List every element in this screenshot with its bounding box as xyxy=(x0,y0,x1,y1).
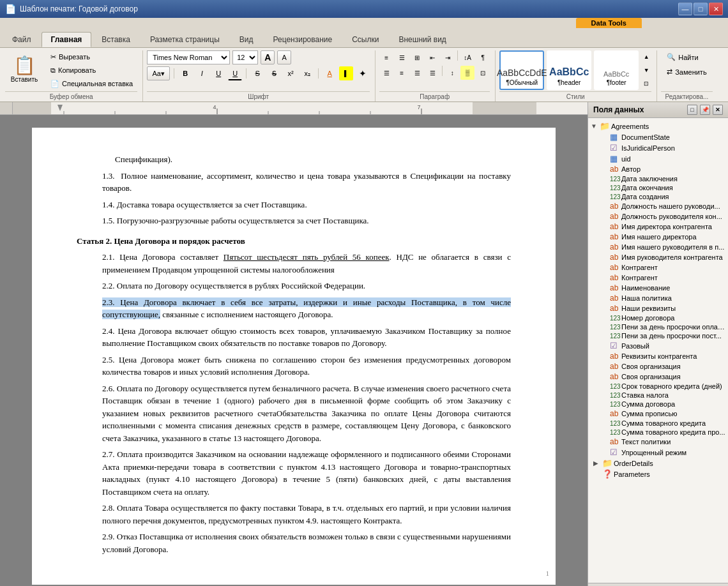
tree-item-uid[interactable]: ▦ uid xyxy=(588,153,728,164)
cut-button[interactable]: ✂ Вырезать xyxy=(46,50,137,63)
styles-scroll[interactable]: ▲ ▼ ⊡ xyxy=(641,50,651,90)
effect-button[interactable]: ✦ xyxy=(356,66,370,80)
tree-item-penalty-delivery[interactable]: 123 Пени за день просрочки пост... xyxy=(588,331,728,340)
tree-item-date-created[interactable]: 123 Дата создания xyxy=(588,192,728,201)
underline2-button[interactable]: U xyxy=(228,66,242,80)
show-marks-button[interactable]: ¶ xyxy=(476,50,490,64)
copy-button[interactable]: ⧉ Копировать xyxy=(46,64,137,77)
doc-scroll[interactable]: Спецификация). 1.3. Полное наименование,… xyxy=(0,115,588,586)
style-footer-button[interactable]: AaBbCc ¶footer xyxy=(594,50,639,90)
close-button[interactable]: ✕ xyxy=(709,3,723,15)
font-size-select[interactable]: 12 xyxy=(232,50,258,64)
tab-appearance[interactable]: Внешний вид xyxy=(389,32,455,47)
bold-button[interactable]: B xyxy=(178,66,192,80)
tree-orderdetails[interactable]: ▶ 📁 OrderDetails xyxy=(588,458,728,469)
tab-page-layout[interactable]: Разметка страницы xyxy=(140,32,229,47)
data-tools-tab[interactable]: Data Tools xyxy=(576,18,642,28)
price-underline: Пятьсот шестьдесят пять рублей 56 копеек xyxy=(224,252,390,262)
checkbox-icon3: ☑ xyxy=(610,447,620,457)
tree-item-sum-words[interactable]: ab Сумма прописью xyxy=(588,409,728,419)
tree-item-contractor2[interactable]: ab Контрагент xyxy=(588,273,728,283)
tree-item-manager-cont[interactable]: ab Имя руководителя контрагента xyxy=(588,252,728,262)
tab-file[interactable]: Файл xyxy=(3,32,41,47)
tree-item-credit-sum-words[interactable]: 123 Сумма товарного кредита про... xyxy=(588,428,728,437)
font-color-button[interactable]: A xyxy=(322,66,337,80)
tree-item-policy-text[interactable]: ab Текст политики xyxy=(588,437,728,447)
tree-item-position-our[interactable]: ab Должность нашего руководи... xyxy=(588,201,728,211)
font-name-select[interactable]: Times New Roman xyxy=(147,50,230,64)
maximize-button[interactable]: □ xyxy=(694,3,708,15)
tree-item-credit-days[interactable]: 123 Срок товарного кредита (дней) xyxy=(588,382,728,391)
tree-item-manager-our[interactable]: ab Имя нашего руководителя в п... xyxy=(588,242,728,252)
text-icon7: ab xyxy=(610,253,620,262)
tree-item-credit-sum[interactable]: 123 Сумма товарного кредита xyxy=(588,419,728,428)
shading-button[interactable]: ▒ xyxy=(460,66,474,80)
align-left-button[interactable]: ☰ xyxy=(379,66,393,80)
tree-item-contract-number[interactable]: 123 Номер договора xyxy=(588,313,728,322)
tree-item-penalty-payment[interactable]: 123 Пени за день просрочки оплаты xyxy=(588,322,728,331)
tree-item-simplified[interactable]: ☑ Упрощенный режим xyxy=(588,447,728,458)
italic-button[interactable]: I xyxy=(195,66,209,80)
tree-item-documentstate[interactable]: ▦ DocumentState xyxy=(588,131,728,142)
tree-root-agreements[interactable]: ▼ 📁 Agreements xyxy=(588,121,728,131)
aa-button[interactable]: Аа▾ xyxy=(147,66,170,80)
find-button[interactable]: 🔍 Найти xyxy=(661,50,704,64)
tree-parameters[interactable]: ❓ Parameters xyxy=(588,469,728,479)
replace-button[interactable]: ⇄ Заменить xyxy=(661,65,712,79)
multilevel-button[interactable]: ⊞ xyxy=(410,50,424,64)
tree-item-author[interactable]: ab Автор xyxy=(588,164,728,174)
tree-item-contract-sum[interactable]: 123 Сумма договора xyxy=(588,400,728,409)
tree-item-position-cont[interactable]: ab Должность руководителя кон... xyxy=(588,211,728,222)
tree-item-tax-rate[interactable]: 123 Ставка налога xyxy=(588,391,728,400)
tree-item-date-end[interactable]: 123 Дата окончания xyxy=(588,183,728,192)
tab-insert[interactable]: Вставка xyxy=(92,32,140,47)
subscript-button[interactable]: x₂ xyxy=(300,66,314,80)
tree-item-contractor-details[interactable]: ab Реквизиты контрагента xyxy=(588,351,728,361)
strikethrough-button[interactable]: S xyxy=(250,66,264,80)
align-justify-button[interactable]: ☰ xyxy=(425,66,439,80)
borders-button[interactable]: ⊡ xyxy=(476,66,490,80)
tree-area[interactable]: ▼ 📁 Agreements ▦ DocumentState ☑ IsJurid… xyxy=(588,118,728,583)
tree-item-director-cont[interactable]: ab Имя директора контрагента xyxy=(588,222,728,232)
tree-item-isjuridical[interactable]: ☑ IsJuridicalPerson xyxy=(588,142,728,153)
tab-home[interactable]: Главная xyxy=(42,32,92,47)
numbering-button[interactable]: ☰ xyxy=(395,50,409,64)
ruler: 4 7 xyxy=(0,102,588,115)
tree-item-razovy[interactable]: ☑ Разовый xyxy=(588,340,728,351)
bullets-button[interactable]: ≡ xyxy=(379,50,393,64)
tree-item-name[interactable]: ab Наименование xyxy=(588,283,728,293)
line-spacing-button[interactable]: ↕ xyxy=(445,66,459,80)
increase-indent-button[interactable]: ⇥ xyxy=(441,50,455,64)
font-grow-button[interactable]: A xyxy=(261,50,275,64)
paste-button[interactable]: 📋 Вставить xyxy=(5,50,43,89)
align-right-button[interactable]: ☰ xyxy=(410,66,424,80)
style-header-button[interactable]: AaBbCc ¶header xyxy=(547,50,591,90)
align-center-button[interactable]: ≡ xyxy=(395,66,409,80)
app-icon: 📄 xyxy=(5,4,16,14)
panel-pin-button[interactable]: 📌 xyxy=(700,105,710,115)
panel-close-button[interactable]: ✕ xyxy=(713,105,723,115)
tree-item-our-org1[interactable]: ab Своя организация xyxy=(588,361,728,372)
paste-special-button[interactable]: 📄 Специальная вставка xyxy=(46,77,137,90)
tree-item-our-details[interactable]: ab Наши реквизиты xyxy=(588,303,728,313)
text-icon6: ab xyxy=(610,243,620,252)
tab-review[interactable]: Рецензирование xyxy=(264,32,342,47)
strike2-button[interactable]: S̶ xyxy=(267,66,281,80)
tree-item-our-policy[interactable]: ab Наша политика xyxy=(588,293,728,303)
tab-references[interactable]: Ссылки xyxy=(342,32,388,47)
tree-item-contractor1[interactable]: ab Контрагент xyxy=(588,262,728,273)
panel-restore-button[interactable]: □ xyxy=(687,105,697,115)
tree-item-director-our[interactable]: ab Имя нашего директора xyxy=(588,232,728,242)
text-icon4: ab xyxy=(610,222,620,231)
minimize-button[interactable]: — xyxy=(678,3,692,15)
underline-button[interactable]: U xyxy=(211,66,225,80)
tab-view[interactable]: Вид xyxy=(230,32,263,47)
highlight-button[interactable]: ▌ xyxy=(339,66,353,80)
decrease-indent-button[interactable]: ⇤ xyxy=(425,50,439,64)
sort-button[interactable]: ↕A xyxy=(460,50,474,64)
tree-item-date-start[interactable]: 123 Дата заключения xyxy=(588,174,728,183)
tree-item-our-org2[interactable]: ab Своя организация xyxy=(588,372,728,382)
superscript-button[interactable]: x² xyxy=(284,66,298,80)
style-normal-button[interactable]: AaBbCcDdE ¶Обычный xyxy=(499,50,544,90)
font-shrink-button[interactable]: A xyxy=(277,50,291,64)
